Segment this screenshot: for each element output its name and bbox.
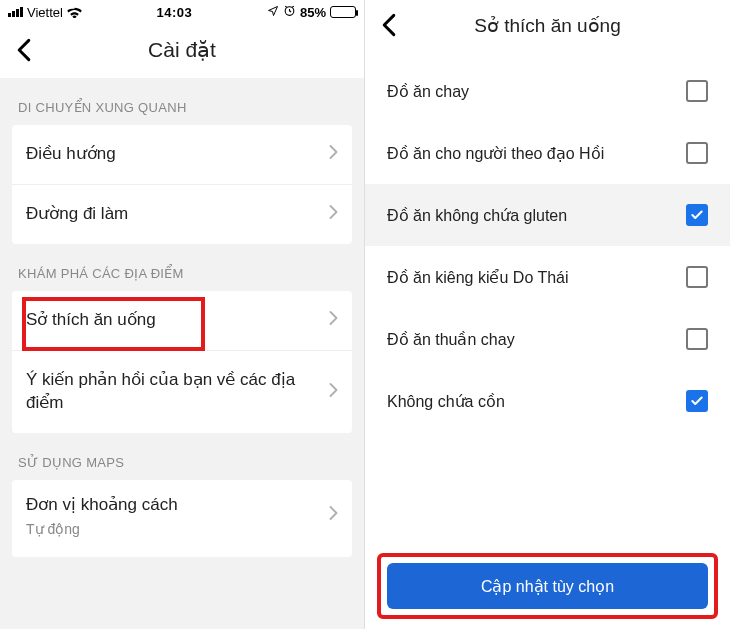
status-bar: Viettel 14:03 85% (0, 0, 364, 22)
preference-checkbox[interactable] (686, 80, 708, 102)
preference-checkbox[interactable] (686, 204, 708, 226)
preference-list: Đồ ăn chayĐồ ăn cho người theo đạo HồiĐồ… (365, 50, 730, 553)
clock-label: 14:03 (82, 5, 267, 20)
preference-row[interactable]: Đồ ăn kiêng kiểu Do Thái (365, 246, 730, 308)
preference-checkbox[interactable] (686, 390, 708, 412)
row-distance-units[interactable]: Đơn vị khoảng cách Tự động (12, 480, 352, 557)
signal-icon (8, 7, 23, 17)
battery-pct-label: 85% (300, 5, 326, 20)
preference-label: Đồ ăn thuần chay (387, 330, 686, 349)
chevron-right-icon (329, 204, 338, 224)
page-title: Sở thích ăn uống (365, 14, 730, 37)
update-button-highlight: Cập nhật tùy chọn (377, 553, 718, 619)
preference-row[interactable]: Không chứa cồn (365, 370, 730, 432)
carrier-label: Viettel (27, 5, 63, 20)
settings-body: DI CHUYỂN XUNG QUANH Điều hướng Đường đi… (0, 78, 364, 629)
preference-row[interactable]: Đồ ăn không chứa gluten (365, 184, 730, 246)
chevron-right-icon (329, 505, 338, 525)
preference-checkbox[interactable] (686, 266, 708, 288)
preference-checkbox[interactable] (686, 328, 708, 350)
row-place-feedback-label: Ý kiến phản hồi của bạn về các địa điểm (26, 369, 329, 415)
back-button[interactable] (365, 1, 413, 49)
row-navigation[interactable]: Điều hướng (12, 125, 352, 185)
back-button[interactable] (0, 26, 48, 74)
battery-icon (330, 6, 356, 18)
wifi-icon (67, 7, 82, 18)
preference-row[interactable]: Đồ ăn thuần chay (365, 308, 730, 370)
preference-label: Không chứa cồn (387, 392, 686, 411)
chevron-right-icon (329, 382, 338, 402)
preference-label: Đồ ăn chay (387, 82, 686, 101)
header: Sở thích ăn uống (365, 0, 730, 50)
row-place-feedback[interactable]: Ý kiến phản hồi của bạn về các địa điểm (12, 351, 352, 433)
preference-label: Đồ ăn không chứa gluten (387, 206, 686, 225)
alarm-icon (283, 4, 296, 20)
phone-settings: Viettel 14:03 85% Cài đặt DI CHUYỂN XUNG… (0, 0, 365, 629)
preference-row[interactable]: Đồ ăn cho người theo đạo Hồi (365, 122, 730, 184)
header: Cài đặt (0, 22, 364, 78)
preference-checkbox[interactable] (686, 142, 708, 164)
row-navigation-label: Điều hướng (26, 143, 329, 166)
location-icon (267, 5, 279, 20)
section-getting-around: DI CHUYỂN XUNG QUANH (0, 78, 364, 125)
chevron-right-icon (329, 310, 338, 330)
section-explore: KHÁM PHÁ CÁC ĐỊA ĐIỂM (0, 244, 364, 291)
chevron-right-icon (329, 144, 338, 164)
preference-label: Đồ ăn kiêng kiểu Do Thái (387, 268, 686, 287)
section-using-maps: SỬ DỤNG MAPS (0, 433, 364, 480)
row-distance-units-sublabel: Tự động (26, 521, 329, 537)
update-button[interactable]: Cập nhật tùy chọn (387, 563, 708, 609)
preference-row[interactable]: Đồ ăn chay (365, 60, 730, 122)
row-food-preferences-label: Sở thích ăn uống (26, 309, 329, 332)
row-commute[interactable]: Đường đi làm (12, 185, 352, 244)
update-button-label: Cập nhật tùy chọn (481, 577, 614, 596)
page-title: Cài đặt (0, 38, 364, 62)
row-food-preferences[interactable]: Sở thích ăn uống (12, 291, 352, 351)
row-commute-label: Đường đi làm (26, 203, 329, 226)
phone-food-preferences: Sở thích ăn uống Đồ ăn chayĐồ ăn cho ngư… (365, 0, 730, 629)
preference-label: Đồ ăn cho người theo đạo Hồi (387, 144, 686, 163)
row-distance-units-label: Đơn vị khoảng cách (26, 494, 329, 517)
